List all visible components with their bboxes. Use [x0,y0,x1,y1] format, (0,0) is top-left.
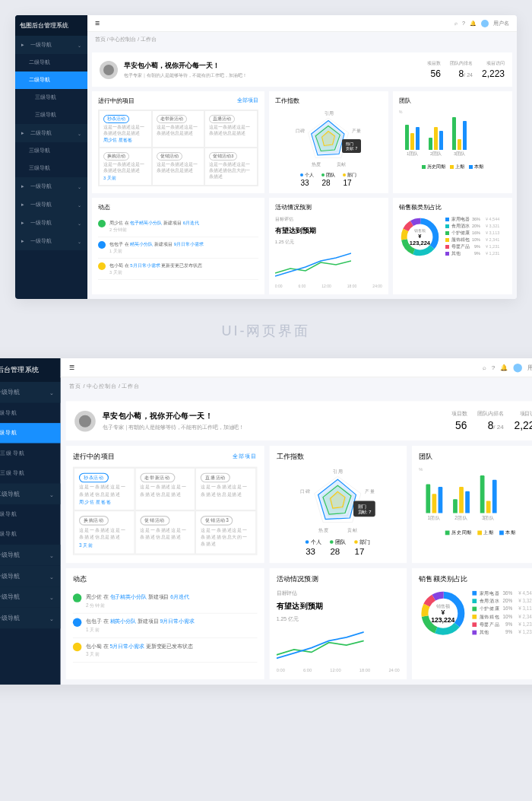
nav-list: ▸一级导航⌄二级导航二级导航三级导航三级导航▸二级导航⌄三级导航三级导航▸一级导… [0,382,61,628]
project-cell[interactable]: 促销活动3这是一条描述这是一条描述描信息大的一条描述 [204,148,258,185]
sidebar-item[interactable]: ▸一级导航⌄ [15,232,87,250]
sidebar-item[interactable]: ▸一级导航⌄ [15,177,87,195]
layers-icon: ▸ [21,130,27,136]
username[interactable]: 用户名 [527,363,532,372]
greeting-subtitle: 包子专家｜有朝的人是能够等待，不能有的工作吧，加油吧！ [124,72,247,79]
sidebar-item[interactable]: ▸一级导航⌄ [0,566,61,587]
bell-icon[interactable]: 🔔 [470,21,477,27]
sidebar-item[interactable]: 二级导航 [15,72,87,89]
breadcrumb: 首页 / 中心控制台 / 工作台 [87,32,517,48]
system-title: 包图后台管理系统 [15,15,87,36]
avatar[interactable] [481,20,489,27]
sidebar-item[interactable]: 三级导航 [0,504,61,524]
sidebar-item[interactable]: ▸一级导航⌄ [15,36,87,54]
activity-item[interactable]: 包包子 在 精英小分队 新建项目 9月日常小需求1 天前 [98,237,258,259]
main: ☰ ⌕ ? 🔔 用户名 首页 / 中心控制台 / 工作台 早安包小萄，祝你开心每… [87,15,517,299]
help-icon[interactable]: ? [462,21,465,26]
activity-item[interactable]: 包小萄 在 5月日常小需求 更新变更已发布状态3 天前 [73,638,257,663]
activity-item[interactable]: 周少佐 在 包子精英小分队 新建项目 6月迭代2 分钟前 [98,216,258,237]
chevron-down-icon: ⌄ [49,573,54,579]
avatar[interactable] [513,363,522,372]
activity-item[interactable]: 周少佐 在 包子精英小分队 新建项目 6月迭代2 分钟前 [73,590,257,614]
workindex-title: 工作指数 [275,97,299,105]
sidebar-item[interactable]: ▸一级导航⌄ [0,382,61,403]
sidebar-item[interactable]: 二级导航 [0,403,61,423]
sidebar: 包图后台管理系统 ▸一级导航⌄二级导航二级导航三级导航三级导航▸二级导航⌄三级导… [0,358,61,685]
sidebar-item[interactable]: ▸一级导航⌄ [0,545,61,566]
sidebar-item[interactable]: 三级导航 [0,443,61,463]
all-projects-link[interactable]: 全部项目 [233,453,257,462]
all-projects-link[interactable]: 全部项目 [237,97,258,105]
sidebar-item[interactable]: 三级导航 [0,525,61,545]
user-icon: ▸ [21,220,27,226]
topbar: ☰ ⌕ ? 🔔 用户名 [87,15,517,32]
sidebar-item[interactable]: 二级导航 [0,423,61,443]
activity-item[interactable]: 包包子 在 精英小分队 新建项目 9月日常小需求1 天前 [73,614,257,638]
home-icon: ▸ [21,42,27,48]
chevron-down-icon: ⌄ [49,389,54,396]
stat-strip: 项目数56团队内排名8/ 24项目访问2,223 [451,410,532,432]
cloud-icon: ▸ [21,238,27,244]
activity-card: 动态 周少佐 在 包子精英小分队 新建项目 6月迭代2 分钟前包包子 在 精英小… [92,198,264,294]
radar-chart: 引用 口碑 产量 热度 贡献 部门贡献: 7 [302,113,355,166]
chevron-down-icon: ⌄ [78,131,81,136]
bell-icon[interactable]: 🔔 [500,364,508,370]
search-icon[interactable]: ⌕ [483,364,486,370]
donut-chart: 销售额¥ 123,224 [399,216,441,258]
sidebar-item[interactable]: ▸二级导航⌄ [15,124,87,142]
sidebar-item[interactable]: ▸二级导航⌄ [0,483,61,504]
system-title: 包图后台管理系统 [0,358,61,382]
sidebar-item[interactable]: 三级导航 [0,463,61,483]
sidebar-item[interactable]: ▸一级导航⌄ [0,608,61,629]
sidebar-item[interactable]: ▸一级导航⌄ [15,195,87,214]
donut-legend: 家用电器36%¥ 4,544食用酒水20%¥ 3,321个护健康16%¥ 3,1… [445,217,499,258]
project-cell[interactable]: 秒杀活动这是一条描述这是一条描述信息是描述周少佐 星爸爸 [74,468,135,511]
team-title: 团队 [419,453,432,462]
user-avatar [74,410,96,431]
activity-item[interactable]: 包小萄 在 5月日常小需求 更新变更已发布状态3 天前 [98,259,258,280]
project-cell[interactable]: 促销活动3这是一条描述这是一条描述描信息大的一条描述 [195,511,256,555]
donut-chart: 销售额¥ 123,224 [419,590,467,637]
team-legend: 历史同期上期本期 [399,164,506,170]
forecast-line [277,628,364,663]
greeting-card: 早安包小萄，祝你开心每一天！ 包子专家｜有朝的人是能够等待，不能有的工作吧，加油… [92,52,512,87]
projects-title: 进行中的项目 [73,453,115,462]
sidebar-item[interactable]: 二级导航 [15,54,87,72]
donut-card: 销售额类别占比 销售额¥ 123,224 家用电器36%¥ 4 [393,198,512,294]
user-avatar [100,61,118,79]
project-cell[interactable]: 换购活动这是一条描述这是一条描述信息是描述3 天前 [74,511,135,555]
team-card: 团队 % 1团队2团队3团队 历史同期上期本期 [412,446,532,563]
forecast-headline: 有望达到预期 [277,601,400,612]
project-cell[interactable]: 直播活动这是一条描述这是一条描述信息是描述 [204,110,258,148]
project-cell[interactable]: 老带新活动这是一条描述这是一条描述信息是描述 [152,110,205,148]
forecast-title: 活动情况预测 [275,204,312,211]
project-cell[interactable]: 秒杀活动这是一条描述这是一条描述信息是描述周少佐 星爸爸 [99,110,152,148]
forecast-title: 活动情况预测 [277,575,318,584]
forecast-line [275,250,351,281]
projects-grid: 秒杀活动这是一条描述这是一条描述信息是描述周少佐 星爸爸老带新活动这是一条描述这… [73,467,257,555]
chevron-down-icon: ⌄ [78,184,81,189]
sidebar-item[interactable]: 三级导航 [15,142,87,160]
sidebar-item[interactable]: 三级导航 [15,160,87,177]
project-cell[interactable]: 老带新活动这是一条描述这是一条描述信息是描述 [135,468,195,511]
sidebar-item[interactable]: ▸一级导航⌄ [0,586,61,608]
grid-icon: ▸ [21,202,27,208]
radar-tooltip: 部门贡献: 7 [353,501,375,517]
project-cell[interactable]: 促销活动这是一条描述这是一条描述信息是描述 [135,511,195,555]
project-cell[interactable]: 换购活动这是一条描述这是一条描述信息是描述3 天前 [99,148,152,185]
activity-list: 周少佐 在 包子精英小分队 新建项目 6月迭代2 分钟前包包子 在 精英小分队 … [98,216,258,280]
help-icon[interactable]: ? [492,364,495,370]
radar-chart: 引用 口碑 产量 热度 贡献 部门贡献: 7 [307,470,369,532]
sidebar-item[interactable]: 三级导航 [15,89,87,106]
search-icon[interactable]: ⌕ [454,21,458,26]
chevron-down-icon: ⌄ [49,552,54,558]
sidebar-item[interactable]: ▸一级导航⌄ [15,214,87,232]
menu-icon[interactable]: ☰ [95,21,100,27]
project-cell[interactable]: 直播活动这是一条描述这是一条描述信息是描述 [195,468,256,511]
username[interactable]: 用户名 [493,20,509,27]
project-cell[interactable]: 促销活动这是一条描述这是一条描述信息是描述 [152,148,205,185]
menu-icon[interactable]: ☰ [69,364,74,370]
sidebar-item[interactable]: 三级导航 [15,106,87,124]
dashboard: 包图后台管理系统 ▸一级导航⌄二级导航二级导航三级导航三级导航▸二级导航⌄三级导… [15,15,517,299]
main: ☰ ⌕ ? 🔔 用户名 首页 / 中心控制台 / 工作台 早安包小萄，祝你开心每… [61,358,532,685]
